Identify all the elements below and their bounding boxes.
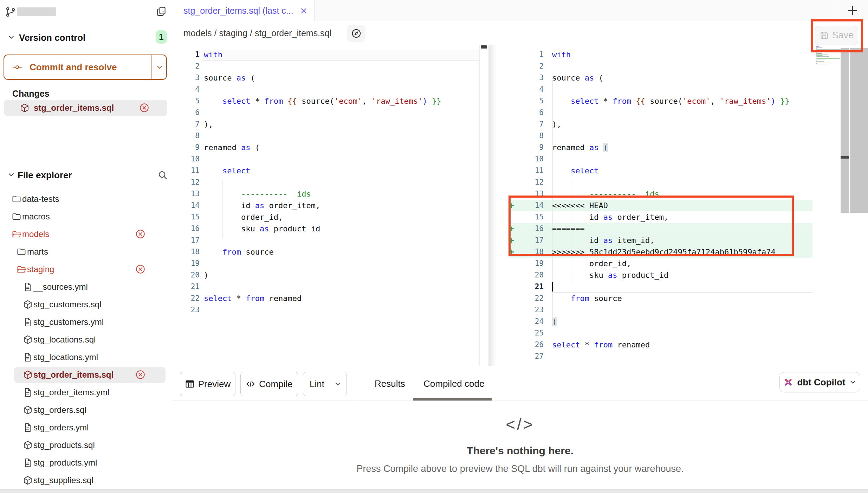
code-line-1[interactable]: 1with [172,49,488,60]
code-line-6[interactable]: 6 [489,107,868,119]
code-line-3[interactable]: 3source as ( [172,72,488,84]
file-explorer-title[interactable]: File explorer [18,170,72,181]
minimap[interactable] [816,46,842,65]
code-line-4[interactable]: 4 [489,84,868,95]
code-line-20[interactable]: 20) [172,269,488,281]
code-line-14[interactable]: +14<<<<<<< HEAD [489,200,868,211]
version-control-title[interactable]: Version control [19,32,85,43]
code-line-23[interactable]: 23 [489,304,868,316]
code-line-4[interactable]: 4 [172,84,488,95]
code-line-16[interactable]: +16======= [489,223,868,235]
lineage-compass-icon[interactable] [347,25,365,42]
code-line-22[interactable]: 22 from source [489,293,868,304]
code-line-12[interactable]: 12 [489,177,868,188]
file-row-stg_locations.yml[interactable]: stg_locations.yml [0,348,172,366]
code-line-3[interactable]: 3source as ( [489,72,868,84]
code-line-2[interactable]: 2 [489,60,868,72]
code-line-11[interactable]: 11 select [489,165,868,177]
file-row-stg_products.sql[interactable]: stg_products.sql [0,436,172,454]
code-line-26[interactable]: 26select * from renamed [489,339,868,351]
code-line-2[interactable]: 2 [172,60,488,72]
tab-stg-order-items[interactable]: stg_order_items.sql (last c... [172,0,315,21]
commit-and-resolve-button[interactable]: Commit and resolve [4,55,167,80]
code-line-12[interactable]: 12 [172,177,488,188]
file-row-__sources.yml[interactable]: __sources.yml [0,278,172,296]
preview-button[interactable]: Preview [180,372,235,396]
code-line-15[interactable]: 15 order_id, [172,211,488,223]
code-line-17[interactable]: +17 id as item_id, [489,235,868,246]
cancel-icon[interactable] [135,264,145,274]
code-line-22[interactable]: 22select * from renamed [172,293,488,304]
discard-change-icon[interactable] [139,103,149,113]
file-row-stg_orders.yml[interactable]: stg_orders.yml [0,419,172,436]
code-line-21[interactable]: 21 [489,281,868,293]
code-line-18[interactable]: 18 from source [172,246,488,258]
code-line-5[interactable]: 5 select * from {{ source('ecom', 'raw_i… [489,95,868,107]
lint-dropdown-chevron[interactable] [328,372,347,396]
save-button[interactable]: Save [815,26,858,45]
changed-file-row[interactable]: stg_order_items.sql [4,100,167,116]
code-line-15[interactable]: 15 id as order_item, [489,211,868,223]
editor-scrollbar[interactable] [850,48,868,213]
commit-dropdown-chevron[interactable] [151,55,167,79]
file-row-stg_locations.sql[interactable]: stg_locations.sql [0,331,172,348]
code-line-10[interactable]: 10 [489,153,868,165]
file-row-marts[interactable]: marts [0,243,172,261]
code-line-8[interactable]: 8 [489,130,868,142]
code-line-5[interactable]: 5 select * from {{ source('ecom', 'raw_i… [172,95,488,107]
file-row-stg_products.yml[interactable]: stg_products.yml [0,454,172,472]
code-line-13[interactable]: 13 ---------- ids [489,188,868,200]
code-line-25[interactable]: 25 [489,327,868,339]
code-line-9[interactable]: 9renamed as ( [489,142,868,153]
file-row-stg_order_items.yml[interactable]: stg_order_items.yml [0,384,172,401]
tab-results[interactable]: Results [375,378,405,389]
code-line-11[interactable]: 11 select [172,165,488,177]
breadcrumb[interactable]: models / staging / stg_order_items.sql [183,28,331,38]
lint-button[interactable]: Lint [303,372,347,396]
file-row-stg_customers.sql[interactable]: stg_customers.sql [0,296,172,313]
code-line-21[interactable]: 21 [172,281,488,293]
left-pane-scrollbar[interactable] [479,45,488,366]
minimap-slider-thumb[interactable] [841,156,849,159]
chevron-down-icon[interactable] [7,171,15,179]
new-tab-button[interactable] [846,4,859,17]
code-line-14[interactable]: 14 id as order_item, [172,200,488,211]
search-icon[interactable] [157,170,168,180]
copy-docs-icon[interactable] [156,6,167,17]
code-line-19[interactable]: 19 order_id, [489,258,868,269]
scrollbar-thumb[interactable] [481,45,487,49]
file-row-stg_supplies.sql[interactable]: stg_supplies.sql [0,472,172,489]
file-row-stg_order_items.sql[interactable]: stg_order_items.sql [0,366,172,384]
close-icon[interactable] [299,7,308,15]
code-line-13[interactable]: 13 ---------- ids [172,188,488,200]
code-line-1[interactable]: 1with [489,49,868,60]
code-line-27[interactable]: 27 [489,351,868,362]
editor-pane-original[interactable]: 1with23source as (45 select * from {{ so… [172,45,488,366]
file-row-macros[interactable]: macros [0,208,172,225]
editor-pane-current[interactable]: 1with23source as (45 select * from {{ so… [489,45,868,366]
code-line-16[interactable]: 16 sku as product_id [172,223,488,235]
dbt-copilot-button[interactable]: dbt Copilot [779,372,860,392]
code-line-7[interactable]: 7), [489,119,868,130]
code-line-20[interactable]: 20 sku as product_id [489,269,868,281]
tab-compiled-code[interactable]: Compiled code [423,378,484,389]
code-line-7[interactable]: 7), [172,119,488,130]
file-row-stg_customers.yml[interactable]: stg_customers.yml [0,313,172,331]
file-row-staging[interactable]: staging [0,261,172,278]
file-row-data-tests[interactable]: data-tests [0,190,172,208]
code-line-6[interactable]: 6 [172,107,488,119]
cancel-icon[interactable] [135,229,145,239]
file-row-stg_orders.sql[interactable]: stg_orders.sql [0,401,172,419]
cancel-icon[interactable] [135,370,145,380]
chevron-down-icon[interactable] [7,33,15,41]
code-line-9[interactable]: 9renamed as ( [172,142,488,153]
code-line-23[interactable]: 23 [172,304,488,316]
file-row-models[interactable]: models [0,225,172,243]
code-line-10[interactable]: 10 [172,153,488,165]
code-line-24[interactable]: 24) [489,316,868,327]
code-line-17[interactable]: 17 [172,235,488,246]
code-line-19[interactable]: 19 [172,258,488,269]
compile-button[interactable]: Compile [240,372,298,396]
code-line-8[interactable]: 8 [172,130,488,142]
minimap-slider[interactable] [841,48,849,213]
